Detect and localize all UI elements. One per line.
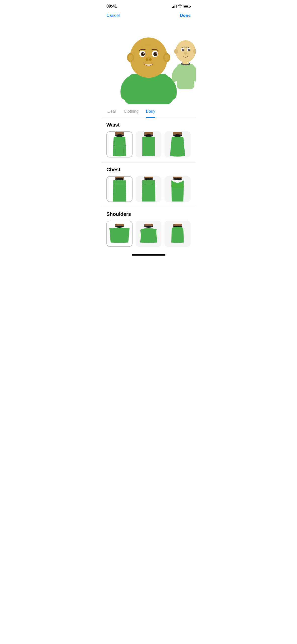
memoji-main-character [116,24,181,104]
shoulders-options [106,221,191,247]
waist-options [106,131,191,157]
chest-section: Chest [101,163,196,208]
waist-option-3[interactable] [164,131,191,157]
tab-section: …ear Clothing Body [101,107,196,118]
svg-rect-1 [129,74,169,104]
memoji-preview [101,21,196,107]
svg-point-39 [144,134,153,137]
chest-options [106,176,191,202]
battery-icon [184,5,191,8]
shoulders-option-3[interactable] [164,221,191,247]
svg-point-18 [156,53,157,54]
waist-title: Waist [106,122,191,128]
svg-point-6 [131,45,167,78]
svg-point-27 [174,49,178,54]
shoulders-section: Shoulders [101,207,196,252]
body-content: Waist [101,118,196,252]
chest-option-2[interactable] [136,176,162,202]
svg-rect-22 [177,64,194,89]
home-bar [132,254,165,256]
svg-point-47 [173,178,182,180]
cancel-button[interactable]: Cancel [106,13,120,18]
svg-point-35 [184,52,187,55]
svg-point-37 [115,134,124,137]
svg-point-53 [144,226,153,228]
svg-point-26 [176,40,196,62]
wifi-icon [178,4,182,9]
home-indicator [101,252,196,258]
done-button[interactable]: Done [180,13,191,18]
svg-point-10 [164,55,169,61]
shoulders-title: Shoulders [106,211,191,217]
status-icons [172,4,191,9]
svg-point-9 [128,55,133,61]
svg-point-21 [149,58,152,61]
waist-option-2[interactable] [136,131,162,157]
svg-point-48 [171,183,178,189]
svg-point-51 [115,226,124,228]
chest-option-1[interactable] [106,176,133,202]
svg-point-56 [172,227,183,231]
svg-point-41 [173,134,182,137]
svg-point-32 [188,49,190,51]
svg-point-49 [177,183,184,189]
status-time: 09:41 [106,4,117,9]
signal-icon [172,5,177,8]
svg-point-20 [146,58,148,61]
svg-point-34 [189,49,190,50]
tab-clothing[interactable]: Clothing [124,109,139,115]
chest-option-3[interactable] [164,176,191,202]
waist-section: Waist [101,118,196,163]
svg-point-17 [143,53,144,54]
shoulders-option-1[interactable] [106,221,133,247]
chest-title: Chest [106,167,191,173]
memoji-secondary-character [172,34,196,89]
tab-headwear[interactable]: …ear [106,109,116,115]
tab-body[interactable]: Body [146,109,155,115]
tab-row: …ear Clothing Body [106,107,191,118]
svg-point-31 [182,49,184,51]
svg-point-33 [183,49,184,50]
nav-bar: Cancel Done [101,11,196,21]
shoulders-option-2[interactable] [136,221,162,247]
status-bar: 09:41 [101,0,196,11]
waist-option-1[interactable] [106,131,133,157]
